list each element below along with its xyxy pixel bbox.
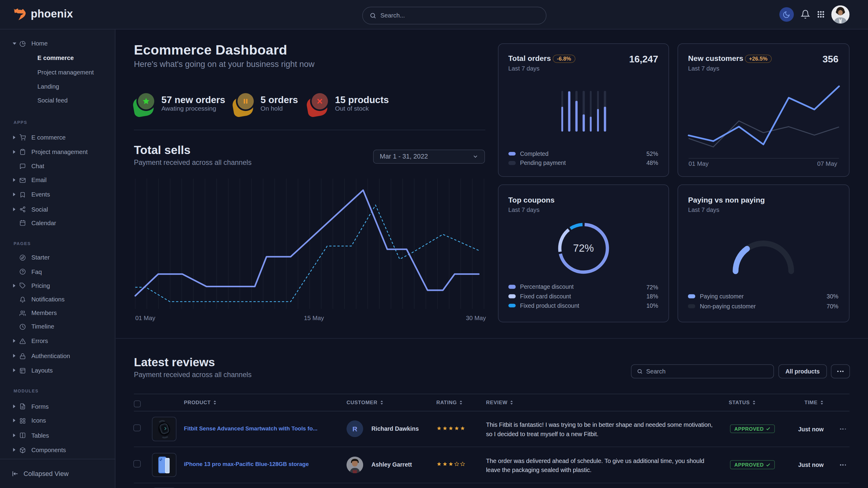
svg-text:R: R — [352, 425, 358, 433]
